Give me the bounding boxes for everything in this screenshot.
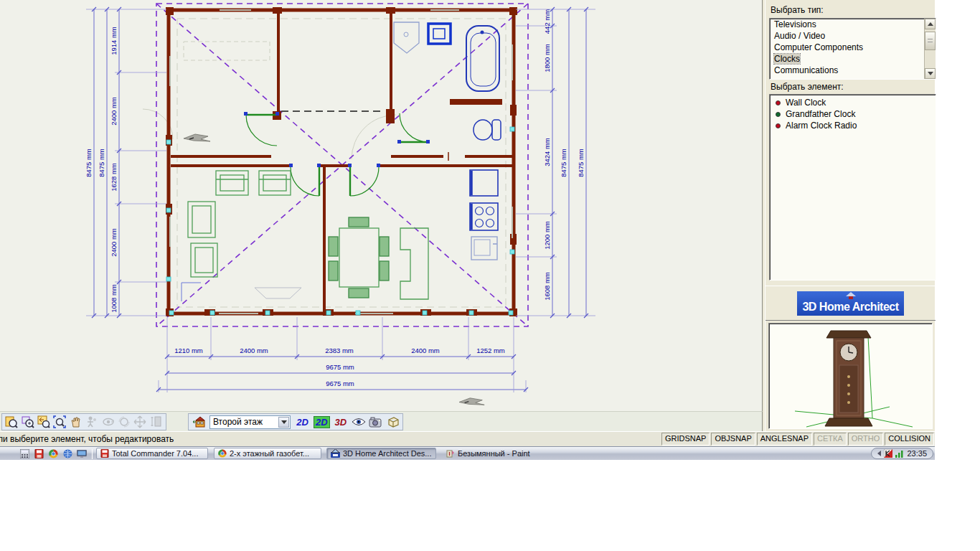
total-commander-icon[interactable] xyxy=(33,448,44,460)
quick-launch xyxy=(17,448,95,460)
indicator-grid[interactable]: СЕТКА xyxy=(814,433,847,446)
dim-label: 2400 mm xyxy=(411,347,440,354)
globe-icon[interactable] xyxy=(62,448,73,460)
type-item-communications[interactable]: Communications xyxy=(770,65,936,76)
taskbar-button-total-commander[interactable]: Total Commander 7.04... xyxy=(96,448,208,459)
taskbar-button-home-architect[interactable]: 3D Home Architect Des... xyxy=(326,448,436,459)
select-element-label: Выбрать элемент: xyxy=(771,82,844,92)
view-2d-label: 2D xyxy=(296,417,308,428)
scroll-thumb[interactable] xyxy=(925,32,936,50)
indicator-ortho[interactable]: ORTHO xyxy=(848,433,884,446)
view-rotate-icon[interactable] xyxy=(100,415,115,429)
dim-label: 9675 mm xyxy=(326,380,354,387)
tray-clock[interactable]: 23:35 xyxy=(907,449,927,458)
element-item-grandfather-clock[interactable]: Grandfather Clock xyxy=(770,108,936,120)
bathroom-fixtures xyxy=(394,22,501,140)
status-indicators: GRIDSNAP OBJSNAP ANGLESNAP СЕТКА ORTHO C… xyxy=(660,433,934,446)
view-3d-button[interactable]: 3D xyxy=(332,415,350,429)
dim-label: 442 mm xyxy=(543,9,551,34)
toolstrip: Второй этаж 2D 2D 3D xyxy=(0,411,763,431)
walkthrough-icon[interactable] xyxy=(85,415,99,429)
view-2d-elevation-button[interactable]: 2D xyxy=(313,415,331,429)
walls xyxy=(166,7,517,316)
dim-label: 1252 mm xyxy=(476,347,505,354)
navigation-toolbar xyxy=(1,413,166,430)
status-bar: ли выберите элемент, чтобы редактировать… xyxy=(0,431,935,446)
dim-label: 1210 mm xyxy=(174,347,203,354)
type-listbox[interactable]: Televisions Audio / Video Computer Compo… xyxy=(769,18,936,80)
chrome-icon[interactable] xyxy=(47,448,59,460)
select-type-label: Выбрать тип: xyxy=(771,5,824,15)
taskbar-separator xyxy=(92,449,93,459)
type-item-audio-video[interactable]: Audio / Video xyxy=(770,30,936,42)
calculator-icon[interactable] xyxy=(19,448,30,460)
element-item-alarm-clock-radio[interactable]: Alarm Clock Radio xyxy=(770,120,936,131)
logo-panel: 3D Home Architect xyxy=(765,286,936,321)
view-2d-active-label: 2D xyxy=(314,416,330,428)
desktop-icon[interactable] xyxy=(76,448,88,460)
combo-arrow-icon[interactable] xyxy=(278,417,289,428)
dim-label: 1628 mm xyxy=(110,163,118,192)
indicator-collision[interactable]: COLLISION xyxy=(885,433,934,446)
home-architect-icon xyxy=(331,449,340,458)
green-dot-icon xyxy=(776,112,781,117)
type-list-scrollbar[interactable] xyxy=(924,19,936,79)
floor-house-icon[interactable] xyxy=(191,415,207,429)
zoom-selection-icon[interactable] xyxy=(52,415,67,429)
collapse-chevron-icon[interactable] xyxy=(875,451,881,456)
camera-icon[interactable] xyxy=(368,415,384,429)
zoom-previous-icon[interactable] xyxy=(37,415,51,429)
indicator-gridsnap[interactable]: GRIDSNAP xyxy=(661,433,710,446)
cube-icon[interactable] xyxy=(385,415,400,429)
taskbar-button-browser[interactable]: 2-х этажный газобет... xyxy=(214,448,321,459)
doors xyxy=(246,113,428,196)
dim-label: 8475 mm xyxy=(98,149,105,177)
floor-select-value: Второй этаж xyxy=(213,417,263,427)
type-item-computer-components[interactable]: Computer Components xyxy=(770,42,936,53)
eye-icon[interactable] xyxy=(351,415,367,429)
floor-select[interactable]: Второй этаж xyxy=(209,415,291,429)
logo-house-icon xyxy=(846,292,856,296)
type-item-televisions[interactable]: Televisions xyxy=(770,19,936,30)
indicator-objsnap[interactable]: OBJSNAP xyxy=(711,433,755,446)
antivirus-icon[interactable] xyxy=(884,449,892,458)
catalog-sidebar: Выбрать тип: Televisions Audio / Video C… xyxy=(765,0,935,431)
dim-label: 1200 mm xyxy=(543,221,551,250)
element-preview-panel[interactable] xyxy=(768,323,933,429)
paint-icon xyxy=(446,449,455,458)
grandfather-clock-preview xyxy=(769,324,932,428)
type-item-clocks[interactable]: Clocks xyxy=(770,53,936,65)
pan-hand-icon[interactable] xyxy=(69,415,83,429)
brand-logo: 3D Home Architect xyxy=(797,291,904,316)
dim-label: 2400 mm xyxy=(110,228,118,257)
view-3d-label: 3D xyxy=(335,417,347,428)
screen: 1210 mm 2400 mm 2383 mm 2400 mm 1252 mm … xyxy=(0,0,980,551)
indicator-anglesnap[interactable]: ANGLESNAP xyxy=(757,433,812,446)
dim-label: 1608 mm xyxy=(543,272,551,301)
zoom-window-icon[interactable] xyxy=(20,415,34,429)
scroll-up-icon[interactable] xyxy=(925,19,936,29)
dim-label: 2383 mm xyxy=(325,347,354,354)
system-tray: 23:35 xyxy=(871,448,933,459)
zoom-extents-icon[interactable] xyxy=(4,415,19,429)
status-message: ли выберите элемент, чтобы редактировать xyxy=(0,434,174,444)
orbit-icon[interactable] xyxy=(117,415,131,429)
network-signal-icon[interactable] xyxy=(895,450,904,458)
taskbar-button-paint[interactable]: Безымянный - Paint xyxy=(442,448,542,459)
door-jambs xyxy=(244,112,430,167)
dim-label: 1800 mm xyxy=(543,44,551,72)
kitchen-appliances xyxy=(470,170,498,260)
dim-label: 8475 mm xyxy=(577,149,585,177)
dim-label: 9675 mm xyxy=(326,363,354,371)
element-item-wall-clock[interactable]: Wall Clock xyxy=(770,97,936,108)
dim-label: 1914 mm xyxy=(110,27,118,55)
move-view-icon[interactable] xyxy=(133,415,147,429)
measure-icon[interactable] xyxy=(149,415,164,429)
view-2d-plan-button[interactable]: 2D xyxy=(293,415,311,429)
element-listbox[interactable]: Wall Clock Grandfather Clock Alarm Clock… xyxy=(769,94,936,281)
dim-label: 8475 mm xyxy=(560,149,567,177)
furniture xyxy=(188,171,428,299)
plan-canvas[interactable]: 1210 mm 2400 mm 2383 mm 2400 mm 1252 mm … xyxy=(0,0,763,411)
scroll-down-icon[interactable] xyxy=(925,68,936,79)
floor-plan-drawing: 1210 mm 2400 mm 2383 mm 2400 mm 1252 mm … xyxy=(0,0,763,411)
